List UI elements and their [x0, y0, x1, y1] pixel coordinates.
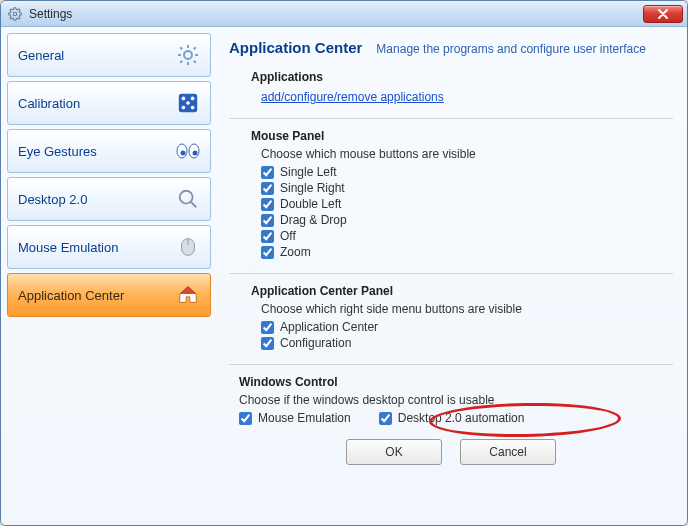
applications-section: Applications add/configure/remove applic… — [251, 70, 673, 104]
gear-icon — [174, 41, 202, 69]
magnifier-icon — [174, 185, 202, 213]
divider — [229, 364, 673, 365]
titlebar: Settings — [1, 1, 687, 27]
checkbox-label: Desktop 2.0 automation — [398, 411, 525, 425]
page-title: Application Center — [229, 39, 362, 56]
dice-icon — [174, 89, 202, 117]
cancel-button[interactable]: Cancel — [460, 439, 556, 465]
sidebar-item-label: Application Center — [18, 288, 124, 303]
checkbox-label: Double Left — [280, 197, 341, 211]
checkbox-label: Drag & Drop — [280, 213, 347, 227]
checkbox-app-center[interactable] — [261, 321, 274, 334]
checkbox-label: Configuration — [280, 336, 351, 350]
checkbox-label: Single Left — [280, 165, 337, 179]
checkbox-mouse-emulation[interactable] — [239, 412, 252, 425]
svg-line-13 — [191, 202, 197, 208]
window-body: General Calibration Eye Gestures Desktop… — [1, 27, 687, 525]
svg-point-10 — [181, 151, 186, 156]
checkbox-single-right[interactable] — [261, 182, 274, 195]
checkbox-single-left[interactable] — [261, 166, 274, 179]
dialog-buttons: OK Cancel — [229, 439, 673, 465]
sidebar-item-eye-gestures[interactable]: Eye Gestures — [7, 129, 211, 173]
home-icon — [174, 281, 202, 309]
svg-point-12 — [180, 191, 193, 204]
section-desc: Choose which right side menu buttons are… — [261, 302, 673, 316]
page-header: Application Center Manage the programs a… — [229, 39, 673, 56]
section-desc: Choose if the windows desktop control is… — [239, 393, 673, 407]
section-desc: Choose which mouse buttons are visible — [261, 147, 673, 161]
eyes-icon — [174, 137, 202, 165]
sidebar-item-desktop20[interactable]: Desktop 2.0 — [7, 177, 211, 221]
svg-point-4 — [191, 97, 195, 101]
ok-button[interactable]: OK — [346, 439, 442, 465]
checkbox-zoom[interactable] — [261, 246, 274, 259]
svg-point-5 — [186, 101, 190, 105]
checkbox-desktop20-automation[interactable] — [379, 412, 392, 425]
close-button[interactable] — [643, 5, 683, 23]
checkbox-configuration[interactable] — [261, 337, 274, 350]
checkbox-label: Off — [280, 229, 296, 243]
main-panel: Application Center Manage the programs a… — [211, 27, 687, 525]
svg-point-11 — [193, 151, 198, 156]
window-title: Settings — [29, 7, 643, 21]
windows-control-section: Windows Control Choose if the windows de… — [239, 375, 673, 425]
svg-point-1 — [184, 51, 192, 59]
sidebar-item-label: Calibration — [18, 96, 80, 111]
section-heading: Mouse Panel — [251, 129, 673, 143]
sidebar-item-label: General — [18, 48, 64, 63]
svg-point-3 — [182, 97, 186, 101]
checkbox-label: Application Center — [280, 320, 378, 334]
sidebar-item-calibration[interactable]: Calibration — [7, 81, 211, 125]
sidebar-item-general[interactable]: General — [7, 33, 211, 77]
checkbox-label: Zoom — [280, 245, 311, 259]
sidebar-item-label: Eye Gestures — [18, 144, 97, 159]
svg-point-7 — [191, 106, 195, 110]
divider — [229, 118, 673, 119]
sidebar-item-application-center[interactable]: Application Center — [7, 273, 211, 317]
checkbox-off[interactable] — [261, 230, 274, 243]
sidebar-item-label: Desktop 2.0 — [18, 192, 87, 207]
section-heading: Windows Control — [239, 375, 673, 389]
acp-section: Application Center Panel Choose which ri… — [251, 284, 673, 350]
checkbox-double-left[interactable] — [261, 198, 274, 211]
sidebar: General Calibration Eye Gestures Desktop… — [1, 27, 211, 525]
page-subtitle: Manage the programs and configure user i… — [376, 42, 646, 56]
checkbox-label: Mouse Emulation — [258, 411, 351, 425]
mouse-icon — [174, 233, 202, 261]
applications-link[interactable]: add/configure/remove applications — [261, 90, 444, 104]
mouse-panel-section: Mouse Panel Choose which mouse buttons a… — [251, 129, 673, 259]
divider — [229, 273, 673, 274]
svg-point-6 — [182, 106, 186, 110]
section-heading: Application Center Panel — [251, 284, 673, 298]
svg-point-0 — [13, 12, 17, 16]
section-heading: Applications — [251, 70, 673, 84]
gear-icon — [7, 6, 23, 22]
settings-window: Settings General Calibration Eye Gesture… — [0, 0, 688, 526]
sidebar-item-label: Mouse Emulation — [18, 240, 118, 255]
sidebar-item-mouse-emulation[interactable]: Mouse Emulation — [7, 225, 211, 269]
checkbox-drag-drop[interactable] — [261, 214, 274, 227]
checkbox-label: Single Right — [280, 181, 345, 195]
